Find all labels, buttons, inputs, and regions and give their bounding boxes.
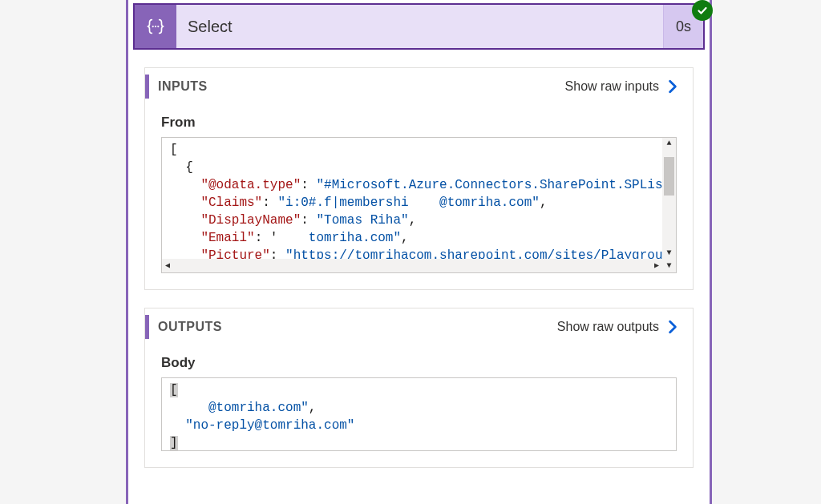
step-card: Select 0s INPUTS Show raw inputs From [ … (126, 0, 712, 504)
from-code-content: [ { "@odata.type": "#Microsoft.Azure.Con… (162, 138, 662, 259)
svg-point-0 (155, 26, 156, 27)
svg-point-2 (157, 26, 159, 27)
inputs-panel-header: INPUTS Show raw inputs (145, 68, 693, 105)
vertical-scrollbar[interactable]: ▲ ▼ (662, 138, 676, 259)
body-code-content: [ @tomriha.com", "no-reply@tomriha.com" … (162, 378, 676, 450)
scroll-up-icon[interactable]: ▲ (662, 138, 676, 149)
scroll-left-icon[interactable]: ◀ (162, 257, 173, 275)
show-raw-outputs-link[interactable]: Show raw outputs (557, 320, 680, 334)
from-field-label: From (161, 115, 677, 131)
inputs-heading: INPUTS (145, 79, 208, 94)
body-field-label: Body (161, 355, 677, 371)
select-action-icon (135, 5, 176, 48)
scrollbar-thumb[interactable] (664, 157, 674, 196)
horizontal-scrollbar[interactable]: ◀ ▶ (162, 259, 662, 272)
scroll-right-icon[interactable]: ▶ (651, 257, 662, 275)
chevron-right-icon (665, 79, 680, 94)
chevron-right-icon (665, 320, 680, 334)
show-raw-inputs-link[interactable]: Show raw inputs (565, 79, 680, 94)
svg-point-1 (152, 26, 154, 27)
scroll-corner-icon[interactable]: ▼ (662, 259, 676, 272)
success-badge-icon (692, 0, 713, 21)
from-code-editor[interactable]: [ { "@odata.type": "#Microsoft.Azure.Con… (161, 137, 677, 273)
body-code-editor[interactable]: [ @tomriha.com", "no-reply@tomriha.com" … (161, 377, 677, 451)
show-raw-inputs-label: Show raw inputs (565, 79, 659, 94)
inputs-panel: INPUTS Show raw inputs From [ { "@odata.… (144, 67, 694, 290)
step-header[interactable]: Select 0s (133, 3, 705, 50)
outputs-panel-header: OUTPUTS Show raw outputs (145, 308, 693, 345)
step-title: Select (176, 5, 663, 48)
show-raw-outputs-label: Show raw outputs (557, 320, 659, 334)
outputs-heading: OUTPUTS (145, 320, 222, 334)
outputs-panel: OUTPUTS Show raw outputs Body [ @tomriha… (144, 308, 694, 468)
